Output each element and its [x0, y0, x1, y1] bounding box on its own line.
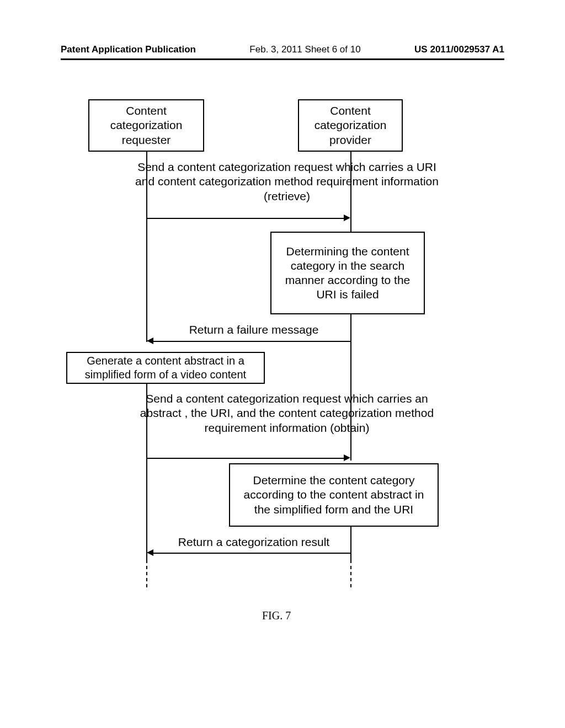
arrowhead-4 — [147, 549, 153, 556]
requester-lifeline-dash — [146, 560, 147, 587]
date-sheet-label: Feb. 3, 2011 Sheet 6 of 10 — [249, 44, 360, 55]
determine-search-failed-text: Determining the content category in the … — [277, 244, 418, 302]
arrow-2 — [153, 341, 350, 342]
msg-send-request-retrieve: Send a content categorization request wh… — [132, 160, 441, 204]
arrow-4 — [153, 553, 350, 554]
provider-lifeline — [350, 152, 351, 160]
provider-lifeline-4 — [350, 527, 351, 560]
patent-number: US 2011/0029537 A1 — [414, 44, 504, 55]
requester-label: Content categorization requester — [95, 104, 198, 147]
provider-box: Content categorization provider — [298, 99, 403, 152]
publication-label: Patent Application Publication — [61, 44, 196, 55]
msg-return-failure: Return a failure message — [166, 323, 342, 337]
determine-category-text: Determine the content category according… — [236, 473, 432, 517]
generate-abstract-text: Generate a content abstract in a simplif… — [73, 354, 258, 382]
page-header: Patent Application Publication Feb. 3, 2… — [61, 44, 504, 60]
arrowhead-1 — [344, 215, 350, 221]
arrow-1 — [146, 218, 344, 219]
requester-box: Content categorization requester — [88, 99, 204, 152]
arrowhead-3 — [344, 454, 350, 461]
determine-search-failed-box: Determining the content category in the … — [270, 232, 425, 314]
provider-label: Content categorization provider — [305, 104, 396, 147]
provider-lifeline-3 — [350, 314, 351, 461]
determine-category-box: Determine the content category according… — [229, 463, 439, 527]
msg-return-result: Return a categorization result — [163, 535, 345, 549]
sequence-diagram: Content categorization requester Content… — [66, 99, 497, 623]
provider-lifeline-dash — [350, 560, 351, 587]
arrowhead-2 — [147, 338, 153, 344]
msg-send-request-obtain: Send a content categorization request wh… — [138, 392, 436, 435]
generate-abstract-box: Generate a content abstract in a simplif… — [66, 352, 265, 384]
figure-label: FIG. 7 — [262, 609, 291, 622]
arrow-3 — [146, 458, 344, 459]
